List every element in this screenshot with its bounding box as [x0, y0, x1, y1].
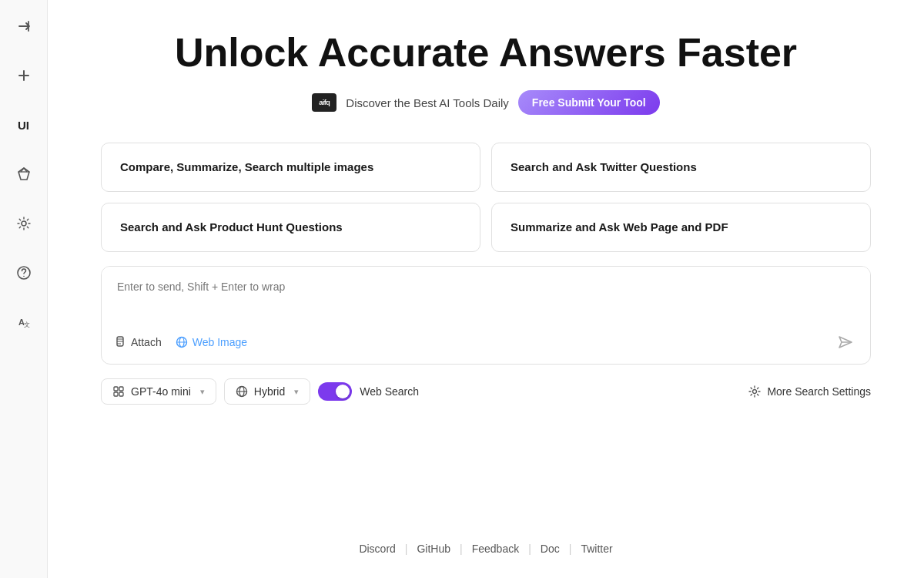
- feature-card-grid: Compare, Summarize, Search multiple imag…: [101, 143, 871, 252]
- feature-card-webpage[interactable]: Summarize and Ask Web Page and PDF: [491, 203, 871, 252]
- mode-chevron-icon: ▾: [294, 387, 299, 397]
- bottom-bar: GPT-4o mini ▾ Hybrid ▾ Web Search More S…: [101, 378, 871, 405]
- hero-subtitle-row: aifq Discover the Best AI Tools Daily Fr…: [312, 90, 659, 115]
- sidebar: UI A 文: [0, 0, 48, 578]
- feature-card-images[interactable]: Compare, Summarize, Search multiple imag…: [101, 143, 480, 192]
- more-settings-icon: [748, 385, 761, 398]
- svg-text:文: 文: [24, 321, 30, 328]
- footer-link-discord[interactable]: Discord: [350, 543, 404, 555]
- plus-icon[interactable]: [10, 62, 38, 89]
- arrow-right-icon[interactable]: [10, 12, 38, 40]
- help-icon[interactable]: [10, 259, 38, 287]
- free-submit-button[interactable]: Free Submit Your Tool: [518, 90, 660, 115]
- send-button[interactable]: [833, 330, 858, 355]
- web-image-icon: [176, 336, 188, 348]
- ui-label: UI: [10, 111, 38, 139]
- web-search-label: Web Search: [360, 385, 419, 398]
- model-chevron-icon: ▾: [200, 387, 205, 397]
- svg-point-5: [22, 221, 26, 226]
- translate-icon[interactable]: A 文: [10, 308, 38, 336]
- svg-rect-19: [119, 387, 123, 391]
- footer-link-github[interactable]: GitHub: [407, 543, 460, 555]
- web-image-button[interactable]: Web Image: [176, 336, 247, 348]
- web-search-row: Web Search: [318, 382, 419, 401]
- web-search-toggle[interactable]: [318, 382, 352, 401]
- more-search-settings-button[interactable]: More Search Settings: [748, 385, 871, 398]
- model-selector[interactable]: GPT-4o mini ▾: [101, 378, 216, 405]
- footer: Discord | GitHub | Feedback | Doc | Twit…: [350, 543, 621, 563]
- svg-rect-21: [119, 392, 123, 396]
- footer-link-doc[interactable]: Doc: [531, 543, 569, 555]
- toggle-knob: [336, 385, 350, 398]
- hero-title: Unlock Accurate Answers Faster: [175, 31, 797, 75]
- main-content: Unlock Accurate Answers Faster aifq Disc…: [48, 0, 924, 578]
- settings-icon[interactable]: [10, 210, 38, 237]
- svg-point-7: [23, 276, 25, 277]
- attach-button[interactable]: Attach: [114, 336, 162, 348]
- chat-input[interactable]: [102, 267, 870, 321]
- input-actions: Attach Web Image: [114, 336, 247, 348]
- model-icon: [112, 385, 125, 398]
- footer-link-feedback[interactable]: Feedback: [463, 543, 528, 555]
- gem-icon[interactable]: [10, 160, 38, 188]
- mode-icon: [236, 385, 248, 398]
- hero-subtitle-text: Discover the Best AI Tools Daily: [346, 96, 508, 109]
- svg-point-25: [753, 390, 757, 394]
- input-toolbar: Attach Web Image: [102, 324, 870, 364]
- attach-icon: [114, 336, 126, 348]
- logo-badge: aifq: [312, 93, 336, 112]
- input-container: Attach Web Image: [101, 266, 871, 365]
- svg-rect-18: [114, 387, 118, 391]
- svg-rect-20: [114, 392, 118, 396]
- mode-selector[interactable]: Hybrid ▾: [224, 378, 310, 405]
- feature-card-producthunt[interactable]: Search and Ask Product Hunt Questions: [101, 203, 480, 252]
- svg-marker-1: [18, 168, 29, 180]
- feature-card-twitter[interactable]: Search and Ask Twitter Questions: [491, 143, 871, 192]
- footer-link-twitter[interactable]: Twitter: [571, 543, 621, 555]
